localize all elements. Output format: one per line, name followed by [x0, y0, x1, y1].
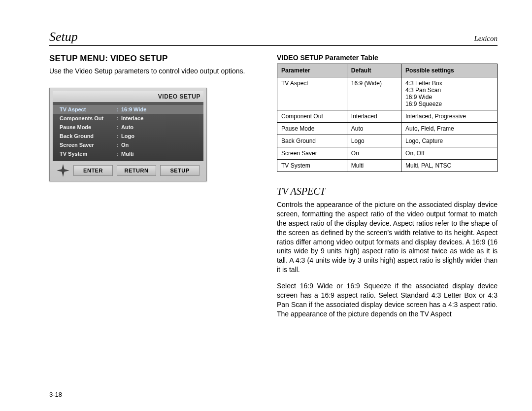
osd-row: TV Aspect:16:9 Wide	[53, 105, 203, 114]
section-title: SETUP MENU: VIDEO SETUP	[49, 54, 261, 64]
osd-row: TV System:Multi	[53, 149, 203, 158]
tv-aspect-title: TV ASPECT	[277, 186, 498, 197]
osd-menu: TV Aspect:16:9 WideComponents Out:Interl…	[53, 102, 203, 161]
table-row: Pause ModeAutoAuto, Field, Frame	[277, 123, 498, 135]
table-row: Back GroundLogoLogo, Capture	[277, 135, 498, 147]
table-row: Screen SaverOnOn, Off	[277, 147, 498, 160]
dpad-icon	[57, 164, 69, 177]
th-parameter: Parameter	[277, 64, 347, 77]
osd-row: Components Out:Interlace	[53, 114, 203, 123]
osd-setup-button: SETUP	[160, 165, 200, 176]
osd-return-button: RETURN	[117, 165, 156, 176]
osd-title: VIDEO SETUP	[53, 91, 203, 102]
page-number: 3-18	[49, 391, 62, 398]
osd-enter-button: ENTER	[73, 165, 113, 176]
table-row: TV Aspect16:9 (Wide)4:3 Letter Box 4:3 P…	[277, 77, 498, 110]
intro-text: Use the Video Setup parameters to contro…	[49, 67, 261, 76]
tv-aspect-p1: Controls the appearance of the picture o…	[277, 200, 498, 274]
header-right: Lexicon	[474, 34, 498, 43]
table-row: Component OutInterlacedInterlaced, Progr…	[277, 110, 498, 123]
osd-row: Back Ground:Logo	[53, 132, 203, 140]
th-default: Default	[347, 64, 401, 77]
parameter-table: Parameter Default Possible settings TV A…	[277, 64, 498, 172]
osd-screenshot: VIDEO SETUP TV Aspect:16:9 WideComponent…	[49, 88, 207, 181]
table-caption: VIDEO SETUP Parameter Table	[277, 54, 498, 62]
tv-aspect-p2: Select 16:9 Wide or 16:9 Squeeze if the …	[277, 281, 498, 319]
table-row: TV SystemMultiMulti, PAL, NTSC	[277, 160, 498, 172]
osd-row: Screen Saver:On	[53, 140, 203, 149]
th-possible: Possible settings	[401, 64, 498, 77]
osd-row: Pause Mode:Auto	[53, 123, 203, 132]
header-left: Setup	[49, 30, 78, 44]
page-header: Setup Lexicon	[49, 30, 498, 46]
